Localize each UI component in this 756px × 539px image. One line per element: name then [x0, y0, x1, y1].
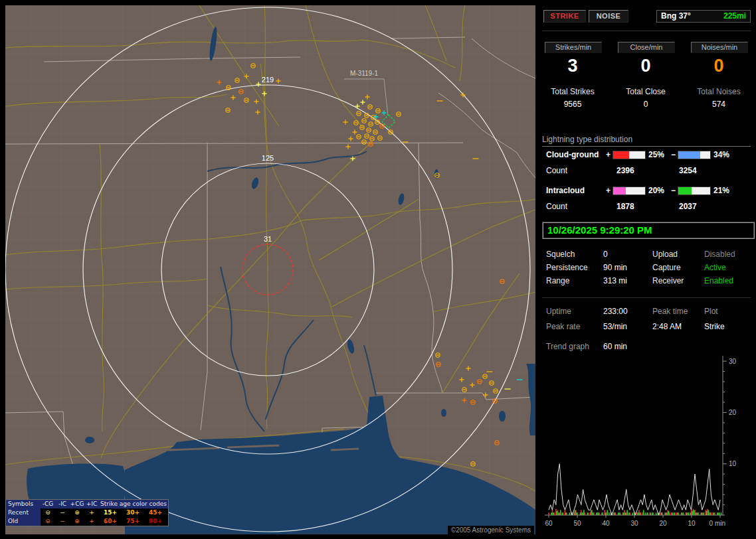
- plot-mode-value: Strike: [704, 322, 725, 331]
- trend-x-tick-label: 0 min: [709, 520, 725, 527]
- trend-graph-label: Trend graph: [546, 342, 589, 351]
- persistence-value: 90 min: [603, 263, 627, 272]
- legend-symbol-ic-neg: −: [55, 517, 70, 526]
- trend-window-value: 60 min: [603, 342, 627, 351]
- cloud-ground-row: Cloud-ground + 25% − 34%: [539, 150, 756, 159]
- datetime-display: 10/26/2025 9:29:20 PM: [542, 222, 755, 239]
- legend-age-code: 30+: [122, 508, 144, 517]
- range-label: Range: [546, 276, 569, 285]
- plus-sign: +: [606, 150, 611, 159]
- cg-negative-count: 3254: [679, 166, 697, 175]
- strikes-per-min-value: 3: [543, 56, 602, 76]
- legend-age-code: 15+: [99, 508, 122, 517]
- separator: [542, 297, 751, 298]
- squelch-value: 0: [603, 250, 608, 259]
- upload-status: Disabled: [704, 250, 735, 259]
- legend-age-code: 45+: [144, 508, 167, 517]
- peaktime-label: Peak time: [652, 307, 688, 316]
- range-value: 313 mi: [603, 276, 627, 285]
- persistence-label: Persistence: [546, 263, 588, 272]
- bearing-display: Bng 37° 225mi: [656, 10, 751, 23]
- capture-status: Active: [704, 263, 726, 272]
- trend-x-tick-label: 30: [630, 520, 638, 527]
- status-panel: STRIKE NOISE Bng 37° 225mi Strikes/min C…: [539, 0, 756, 539]
- count-label: Count: [546, 202, 567, 211]
- legend-symbols-header: Symbols: [6, 500, 41, 508]
- intracloud-count-row: Count 1878 2037: [539, 202, 756, 211]
- plot-label: Plot: [704, 307, 718, 316]
- cg-positive-bar: [613, 151, 646, 159]
- strike-legend: Symbols -CG -IC +CG +IC Strike age color…: [5, 499, 169, 526]
- legend-col-cg-neg: -CG: [41, 500, 55, 508]
- ring-label-31: 31: [264, 235, 272, 243]
- cg-negative-bar: [678, 151, 711, 159]
- trend-x-tick-label: 20: [659, 520, 667, 527]
- trend-x-tick-label: 10: [688, 520, 696, 527]
- legend-symbol-cg-pos: ⊕: [70, 517, 84, 526]
- trend-y-tick-label: 10: [729, 460, 737, 467]
- receiver-status: Enabled: [704, 276, 733, 285]
- ring-label-125: 125: [262, 154, 274, 162]
- intracloud-row: Intracloud + 20% − 21%: [539, 186, 756, 195]
- peakrate-value: 53/min: [603, 322, 627, 331]
- separator: [542, 31, 751, 31]
- noises-per-min-button[interactable]: Noises/min: [691, 42, 748, 53]
- minus-sign: −: [671, 186, 676, 195]
- ic-negative-bar: [678, 187, 711, 195]
- cg-positive-count: 2396: [616, 166, 634, 175]
- legend-row-recent: Recent⊖−⊕+15+30+45+: [6, 508, 168, 517]
- distribution-title: Lightning type distribution: [542, 135, 751, 147]
- legend-symbol-cg-neg: ⊖: [41, 508, 55, 517]
- strike-mode-button[interactable]: STRIKE: [543, 10, 586, 23]
- map-canvas: 31321912531M-3119-1: [5, 5, 535, 534]
- trend-strike-line: [549, 464, 720, 515]
- total-noises-label: Total Noises: [686, 87, 752, 96]
- cg-negative-pct: 34%: [713, 150, 729, 159]
- close-per-min-button[interactable]: Close/min: [618, 42, 675, 53]
- peaktime-value: 2:48 AM: [652, 322, 682, 331]
- legend-header-row: Symbols -CG -IC +CG +IC Strike age color…: [6, 500, 168, 508]
- intracloud-label: Intracloud: [546, 186, 585, 195]
- capture-label: Capture: [652, 263, 681, 272]
- ring-label-313: 313: [262, 5, 274, 6]
- peakrate-label: Peak rate: [546, 322, 580, 331]
- ic-positive-pct: 20%: [648, 186, 664, 195]
- storm-track-label: M-3119-1: [350, 70, 378, 77]
- total-noises-value: 574: [686, 100, 752, 109]
- uptime-label: Uptime: [546, 307, 571, 316]
- legend-symbol-cg-neg: ⊖: [41, 517, 55, 526]
- ic-negative-count: 2037: [679, 202, 697, 211]
- legend-col-cg-pos: +CG: [70, 500, 84, 508]
- upload-label: Upload: [652, 250, 678, 259]
- cloud-ground-count-row: Count 2396 3254: [539, 166, 756, 175]
- legend-age-group-label: Recent: [6, 508, 41, 517]
- squelch-label: Squelch: [546, 250, 575, 259]
- lightning-map[interactable]: 31321912531M-3119-1 Symbols -CG -IC +CG …: [5, 5, 535, 534]
- strikes-per-min-button[interactable]: Strikes/min: [545, 42, 602, 53]
- legend-col-ic-pos: +IC: [84, 500, 99, 508]
- legend-age-group-label: Old: [6, 517, 41, 526]
- count-label: Count: [546, 166, 567, 175]
- legend-age-code: 60+: [99, 517, 122, 526]
- legend-age-header: Strike age color codes: [99, 500, 168, 508]
- legend-symbol-ic-pos: +: [84, 508, 99, 517]
- receiver-label: Receiver: [652, 276, 684, 285]
- trend-y-tick-label: 20: [729, 409, 737, 416]
- copyright-credit: ©2005 Astrogenic Systems: [448, 526, 534, 534]
- trend-graph: 1020306050403020100 min: [539, 352, 756, 539]
- trend-x-tick-label: 40: [602, 520, 610, 527]
- noise-mode-button[interactable]: NOISE: [589, 10, 628, 23]
- ring-label-219: 219: [262, 76, 274, 84]
- legend-age-code: 90+: [144, 517, 167, 526]
- legend-age-code: 75+: [122, 517, 144, 526]
- bearing-range-value: 225mi: [723, 11, 746, 22]
- trend-x-tick-label: 50: [573, 520, 581, 527]
- ic-positive-bar: [613, 187, 646, 195]
- total-close-label: Total Close: [613, 87, 679, 96]
- legend-col-ic-neg: -IC: [55, 500, 70, 508]
- trend-x-tick-label: 60: [545, 520, 553, 527]
- total-close-value: 0: [613, 100, 679, 109]
- bearing-value: Bng 37°: [661, 11, 691, 22]
- trend-y-tick-label: 30: [729, 358, 737, 365]
- total-strikes-label: Total Strikes: [539, 87, 606, 96]
